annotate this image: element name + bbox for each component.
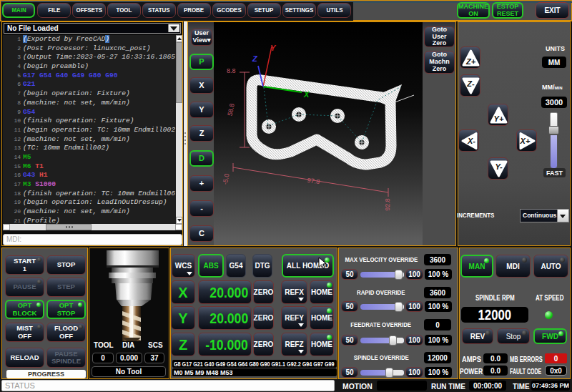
svg-text:-5.0: -5.0: [222, 173, 231, 185]
svg-text:Z-: Z-: [466, 79, 475, 88]
svg-text:X: X: [303, 90, 310, 99]
svg-text:Y-: Y-: [495, 162, 503, 171]
svg-text:Z: Z: [252, 54, 258, 63]
svg-text:Y+: Y+: [494, 114, 504, 123]
svg-text:58.8: 58.8: [226, 103, 235, 117]
svg-text:X+: X+: [520, 137, 531, 145]
svg-text:97.8: 97.8: [307, 177, 320, 186]
svg-text:92.8: 92.8: [384, 198, 391, 211]
svg-text:Z+: Z+: [465, 57, 476, 66]
svg-text:Y: Y: [270, 44, 277, 52]
svg-text:X-: X-: [467, 137, 475, 145]
svg-text:8.8: 8.8: [227, 67, 236, 74]
